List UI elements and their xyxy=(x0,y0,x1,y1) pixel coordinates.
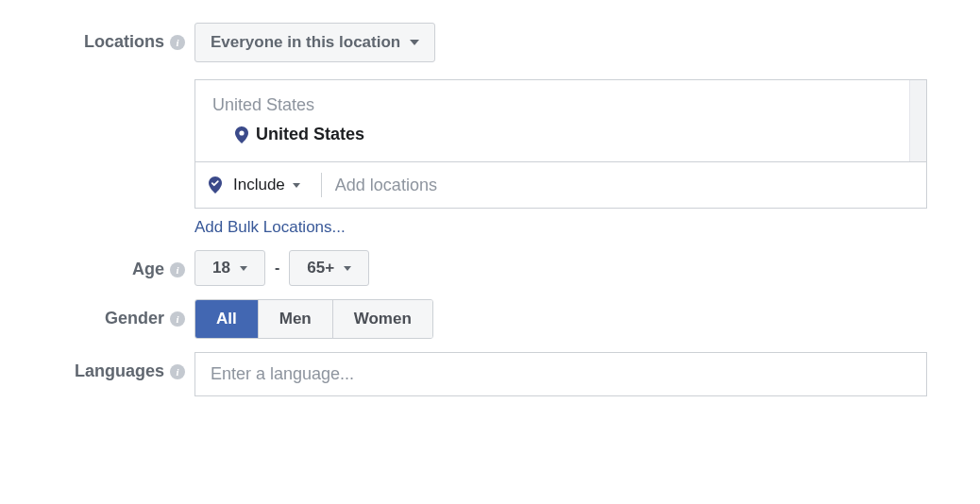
locations-box: United States United States Include xyxy=(194,79,927,209)
locations-label-col: Locations i xyxy=(0,23,194,52)
location-item-name: United States xyxy=(256,125,364,144)
location-group-label: United States xyxy=(212,95,892,115)
gender-option-women[interactable]: Women xyxy=(333,300,432,338)
caret-down-icon xyxy=(410,40,419,45)
info-icon[interactable]: i xyxy=(170,311,185,327)
gender-option-all[interactable]: All xyxy=(195,300,259,338)
age-min-value: 18 xyxy=(212,259,230,277)
gender-option-men[interactable]: Men xyxy=(259,300,333,338)
age-row: Age i 18 - 65+ xyxy=(0,250,980,286)
add-bulk-locations-link[interactable]: Add Bulk Locations... xyxy=(194,218,346,237)
location-scope-dropdown[interactable]: Everyone in this location xyxy=(194,23,435,62)
caret-down-icon xyxy=(344,266,351,271)
languages-label: Languages xyxy=(75,361,164,381)
scrollbar[interactable] xyxy=(909,80,926,161)
gender-label: Gender xyxy=(105,309,164,328)
pin-icon xyxy=(235,126,248,143)
divider xyxy=(321,173,322,197)
caret-down-icon xyxy=(240,266,247,271)
caret-down-icon xyxy=(293,183,300,188)
info-icon[interactable]: i xyxy=(170,262,185,277)
age-controls: 18 - 65+ xyxy=(194,250,950,286)
pin-check-icon xyxy=(209,176,222,193)
include-dropdown[interactable]: Include xyxy=(226,172,308,198)
add-locations-input[interactable] xyxy=(335,176,913,195)
locations-controls: Everyone in this location United States … xyxy=(194,23,950,237)
age-label-col: Age i xyxy=(0,250,194,279)
gender-label-col: Gender i xyxy=(0,299,194,328)
languages-input[interactable] xyxy=(194,352,927,396)
languages-row: Languages i xyxy=(0,352,980,396)
locations-label: Locations xyxy=(84,32,164,52)
location-scope-label: Everyone in this location xyxy=(211,33,400,52)
locations-content: United States United States xyxy=(195,80,909,161)
location-item[interactable]: United States xyxy=(212,125,892,144)
locations-add-bar: Include xyxy=(195,161,926,208)
age-min-dropdown[interactable]: 18 xyxy=(194,250,265,286)
info-icon[interactable]: i xyxy=(170,35,185,50)
age-separator: - xyxy=(275,260,279,277)
languages-controls xyxy=(194,352,950,396)
age-max-value: 65+ xyxy=(307,259,334,277)
languages-label-col: Languages i xyxy=(0,352,194,381)
svg-point-0 xyxy=(239,130,244,135)
age-max-dropdown[interactable]: 65+ xyxy=(289,250,369,286)
gender-segmented-control: All Men Women xyxy=(194,299,433,339)
locations-selected-area: United States United States xyxy=(195,80,926,161)
gender-row: Gender i All Men Women xyxy=(0,299,980,339)
include-label: Include xyxy=(233,176,285,194)
info-icon[interactable]: i xyxy=(170,364,185,379)
gender-controls: All Men Women xyxy=(194,299,950,339)
age-label: Age xyxy=(132,260,164,279)
locations-row: Locations i Everyone in this location Un… xyxy=(0,23,980,237)
